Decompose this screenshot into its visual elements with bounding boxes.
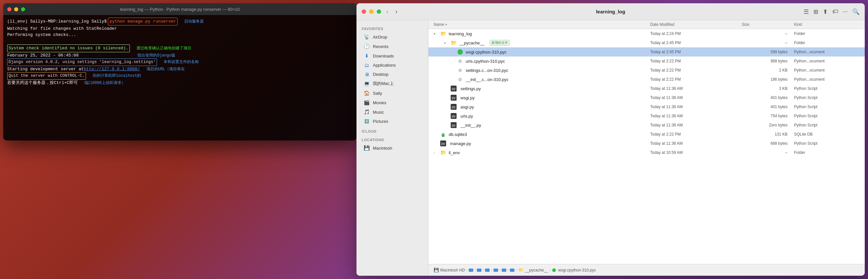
desktop: learning_log — Python · Python manage.py… xyxy=(0,0,868,279)
finder-content: ▾ 📁 learning_log Today at 2:24 PM -- Fol… xyxy=(428,29,865,264)
sidebar-item-movies[interactable]: 🎬 Movies xyxy=(359,98,426,107)
file-row-ll-env[interactable]: › 📁 ll_env Today at 10:59 AM -- Folder xyxy=(428,148,865,157)
share-icon[interactable]: ⬆ xyxy=(823,8,828,15)
sidebar-item-label-recents: Recents xyxy=(373,44,389,49)
breadcrumb-sep-4: › xyxy=(491,268,492,272)
sidebar-item-macintosh[interactable]: 💾 Macintosh xyxy=(359,143,426,152)
sidebar-item-recents[interactable]: 🕐 Recents xyxy=(359,42,426,51)
file-name-cell: ▾ 📁 learning_log xyxy=(434,31,650,37)
file-date-ll-env: Today at 10:59 AM xyxy=(650,150,742,155)
file-row-pycache[interactable]: ▾ 📁 __pycache__ 新增的文件 Today at 2:45 PM -… xyxy=(428,38,865,47)
sidebar-item-pictures[interactable]: 🖼 Pictures xyxy=(359,117,426,126)
folder-icon: 📁 xyxy=(440,31,446,37)
finder-maximize-button[interactable] xyxy=(377,9,381,14)
breadcrumb-wsgi-pyc[interactable]: wsgi.cpython-310.pyc xyxy=(552,268,596,273)
breadcrumb-macintosh-hd[interactable]: 💾 Macintosh HD xyxy=(434,268,465,273)
list-view-icon[interactable]: ☰ xyxy=(804,8,809,15)
terminal-line2-text: Watching for file changes with StatReloa… xyxy=(7,26,117,31)
file-date-db: Today at 2:22 PM xyxy=(650,132,742,137)
terminal-line-2: Watching for file changes with StatReloa… xyxy=(7,26,352,32)
breadcrumb-folder-6[interactable] xyxy=(510,269,515,272)
py-file-icon-init: py xyxy=(451,122,457,128)
finder-minimize-button[interactable] xyxy=(369,9,373,14)
breadcrumb-pycache[interactable]: 📁 __pycache__ xyxy=(518,268,548,273)
file-row-db-sqlite3[interactable]: db db.sqlite3 Today at 2:22 PM 131 KB SQ… xyxy=(428,130,865,139)
terminal-line7-annotation: 项目的URL（项目将在 xyxy=(147,66,185,72)
file-name-settings-pyc: settings.c...on-310.pyc xyxy=(466,68,508,73)
file-kind-ll-env: Folder xyxy=(794,150,860,155)
breadcrumb-folder-2[interactable] xyxy=(477,269,482,272)
sidebar-item-airdrop[interactable]: 📡 AirDrop xyxy=(359,32,426,41)
terminal-line5-annotation: 指出使用的Django版 xyxy=(137,53,175,59)
breadcrumb-folder-5[interactable] xyxy=(502,269,506,272)
terminal-line-7: Starting development server at http://12… xyxy=(7,66,352,73)
sidebar-item-mymac[interactable]: 💻 我的Mac上 xyxy=(359,79,426,88)
file-row-settings-py[interactable]: py settings.py Today at 11:38 AM 3 KB Py… xyxy=(428,84,865,93)
music-icon: 🎵 xyxy=(364,109,370,115)
file-row-settings-pyc[interactable]: ⚙ settings.c...on-310.pyc Today at 2:22 … xyxy=(428,66,865,75)
file-name-cell-asgi-py: py asgi.py xyxy=(434,104,650,110)
file-name-cell-manage-py: py manage.py xyxy=(434,140,650,146)
sidebar-item-sally[interactable]: 🏠 Sally xyxy=(359,89,426,98)
file-kind-urls-py: Python Script xyxy=(794,114,860,118)
col-name-header: Name ▾ xyxy=(434,22,650,27)
finder-body: Favorites 📡 AirDrop 🕐 Recents ⬇ Download… xyxy=(356,20,865,276)
terminal-line-6: Django version 4.0.2, using settings 'le… xyxy=(7,59,352,66)
file-kind-settings-pyc: Python...ocument xyxy=(794,68,860,73)
file-kind-urls-pyc: Python...ocument xyxy=(794,59,860,63)
terminal-command: python manage.py runserver xyxy=(108,18,178,26)
breadcrumb-folder-4[interactable] xyxy=(494,269,498,272)
search-icon[interactable]: 🔍 xyxy=(852,8,860,15)
db-icon: db xyxy=(440,131,446,137)
terminal-line9-annotation: 端口8000上侦听请求） xyxy=(84,80,125,86)
file-size-manage-py: 668 bytes xyxy=(742,141,794,146)
macintosh-hd-icon: 💾 xyxy=(434,268,439,273)
file-size-asgi-py: 401 bytes xyxy=(742,105,794,109)
file-row-learning-log[interactable]: ▾ 📁 learning_log Today at 2:24 PM -- Fol… xyxy=(428,29,865,38)
file-row-init-py[interactable]: py __init__.py Today at 11:38 AM Zero by… xyxy=(428,120,865,130)
nav-back-button[interactable]: ‹ xyxy=(384,7,390,16)
file-row-wsgi-pyc[interactable]: wsgi.cpython-310.pyc Today at 2:45 PM 59… xyxy=(428,47,865,57)
finder-breadcrumb: 💾 Macintosh HD › › › › xyxy=(428,264,865,276)
more-icon[interactable]: ··· xyxy=(843,8,848,15)
file-row-manage-py[interactable]: py manage.py Today at 11:38 AM 668 bytes… xyxy=(428,139,865,148)
breadcrumb-sep-8: › xyxy=(550,268,551,272)
file-name-urls-py: urls.py xyxy=(461,114,473,118)
breadcrumb-folder-3[interactable] xyxy=(485,269,490,272)
tag-icon[interactable]: 🏷 xyxy=(832,8,838,15)
file-row-init-pyc[interactable]: ⚙ __init__.c...on-310.pyc Today at 2:22 … xyxy=(428,75,865,84)
terminal-line4-annotation: 通过检查确认正确地创建了项目 xyxy=(136,45,191,51)
file-row-urls-py[interactable]: py urls.py Today at 11:38 AM 754 bytes P… xyxy=(428,111,865,120)
terminal-line8-text: Quit the server with CONTROL-C. xyxy=(7,72,86,80)
sidebar-item-applications[interactable]: 🗂 Applications xyxy=(359,61,426,70)
close-button[interactable] xyxy=(7,7,11,11)
sidebar-item-desktop[interactable]: 🖥 Desktop xyxy=(359,70,426,79)
py-file-icon-wsgi: py xyxy=(451,95,457,101)
minimize-button[interactable] xyxy=(14,7,18,11)
sidebar-item-downloads[interactable]: ⬇ Downloads xyxy=(359,51,426,61)
file-name-cell-settings-py: py settings.py xyxy=(434,85,650,92)
folder-icon-pycache: 📁 xyxy=(451,40,457,46)
file-row-asgi-py[interactable]: py asgi.py Today at 11:38 AM 401 bytes P… xyxy=(428,102,865,111)
airdrop-icon: 📡 xyxy=(364,34,370,40)
file-row-urls-pyc[interactable]: ⚙ urls.cpython-310.pyc Today at 2:22 PM … xyxy=(428,57,865,66)
folder-mini-icon-4 xyxy=(494,269,498,272)
file-size: -- xyxy=(742,31,794,36)
py-file-icon-settings: py xyxy=(451,85,457,92)
maximize-button[interactable] xyxy=(21,7,25,11)
file-name-urls-pyc: urls.cpython-310.pyc xyxy=(466,59,505,64)
py-file-icon-asgi: py xyxy=(451,104,457,110)
folder-icon-ll-env: 📁 xyxy=(440,150,446,155)
nav-forward-button[interactable]: › xyxy=(394,7,399,16)
expand-arrow: ▾ xyxy=(434,32,438,36)
breadcrumb-folder-1[interactable] xyxy=(469,269,473,272)
recents-icon: 🕐 xyxy=(364,43,370,49)
file-name-pycache: __pycache__ xyxy=(459,40,484,45)
file-date-asgi-py: Today at 11:38 AM xyxy=(650,105,742,109)
col-date-label: Date Modified xyxy=(650,22,674,27)
grid-view-icon[interactable]: ⊞ xyxy=(813,8,818,15)
finder-close-button[interactable] xyxy=(362,9,366,14)
file-row-wsgi-py[interactable]: py wsgi.py Today at 11:38 AM 401 bytes P… xyxy=(428,93,865,102)
finder-toolbar-right: ☰ ⊞ ⬆ 🏷 ··· 🔍 xyxy=(804,8,860,15)
sidebar-item-music[interactable]: 🎵 Music xyxy=(359,107,426,117)
